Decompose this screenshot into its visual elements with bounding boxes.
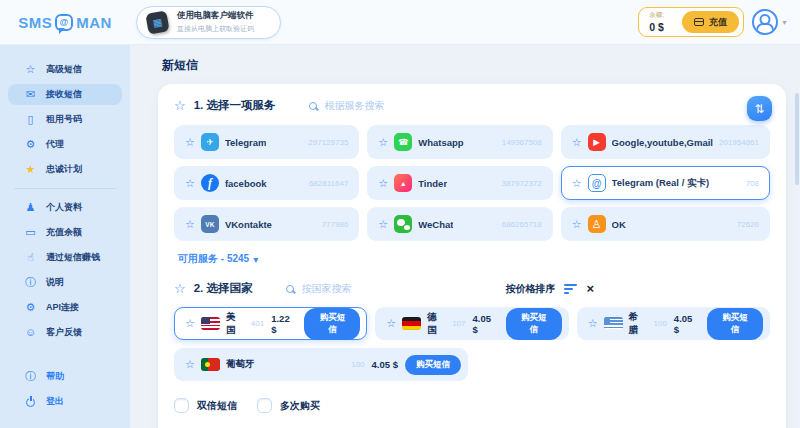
country-card[interactable]: ☆ 美国 401 1.22 $ 购买短信 (174, 307, 367, 340)
buy-sms-button[interactable]: 购买短信 (304, 308, 360, 340)
brand-logo[interactable]: SMS @ MAN (0, 14, 130, 31)
service-card[interactable]: ☆ ▶ Google,youtube,Gmail 201954861 (561, 125, 770, 159)
favorite-star-icon[interactable]: ☆ (378, 136, 388, 149)
service-card[interactable]: ☆ ▲ Tinder 387972372 (367, 166, 552, 200)
topbar: SMS @ MAN ▦ 使用电脑客户端软件 直接从电脑上获取验证码 余额: 0 … (0, 0, 800, 45)
buy-sms-button[interactable]: 购买短信 (506, 308, 562, 340)
balance-value: 0 $ (649, 21, 664, 33)
available-services-link[interactable]: 可用服务 - 5245 ▾ (178, 252, 258, 266)
buy-sms-button[interactable]: 购买短信 (707, 308, 763, 340)
thumbs-up-icon: ☝ (24, 252, 37, 263)
sidebar-item[interactable]: ♟ 个人资料 (8, 197, 122, 218)
star-icon: ☆ (174, 281, 186, 296)
service-card[interactable]: ☆ ♙ OK 72620 (561, 207, 770, 241)
favorite-star-icon[interactable]: ☆ (378, 218, 388, 231)
sidebar-item[interactable]: ⓘ 说明 (8, 272, 122, 293)
favorite-star-icon[interactable]: ☆ (572, 136, 582, 149)
favorite-star-icon[interactable]: ☆ (588, 317, 598, 330)
sidebar-item[interactable]: ▯ 租用号码 (8, 109, 122, 130)
close-icon[interactable]: × (586, 282, 594, 295)
country-price: 4.05 $ (372, 359, 398, 370)
sidebar-item[interactable]: ▭ 充值余额 (8, 222, 122, 243)
sort-by-price-label: 按价格排序 (505, 282, 555, 296)
service-name: Tinder (418, 178, 447, 189)
sort-descending-icon[interactable] (564, 284, 577, 294)
option-checkbox-row[interactable]: 双倍短信 (174, 398, 237, 413)
feedback-icon: ☺ (24, 327, 37, 338)
country-card[interactable]: ☆ 希腊 100 4.05 $ 购买短信 (577, 307, 770, 340)
service-card[interactable]: ☆ ☎ Whatsapp 149367508 (367, 125, 552, 159)
sidebar-item[interactable]: 登出 (8, 391, 122, 412)
youtube-icon: ▶ (588, 133, 606, 151)
main-content: 新短信 ⇅ ☆ 1. 选择一项服务 ☆ ✈ Telegram 297129735… (130, 45, 800, 428)
buy-sms-button[interactable]: 购买短信 (405, 355, 461, 375)
country-section-title: 2. 选择国家 (194, 281, 253, 296)
sidebar-item[interactable]: ★ 忠诚计划 (8, 159, 122, 180)
banner-subtitle: 直接从电脑上获取验证码 (177, 24, 254, 34)
facebook-icon: f (201, 174, 219, 192)
favorite-star-icon[interactable]: ☆ (185, 177, 195, 190)
sidebar-footer-group: ⓘ 帮助 登出 (8, 366, 122, 418)
checkbox[interactable] (174, 398, 189, 413)
sidebar-item[interactable]: ⓘ 帮助 (8, 366, 122, 387)
service-name: Telegram (Real / 实卡) (612, 177, 710, 190)
desktop-client-banner[interactable]: ▦ 使用电脑客户端软件 直接从电脑上获取验证码 (136, 6, 281, 39)
de-flag-icon (402, 317, 421, 330)
favorite-star-icon[interactable]: ☆ (386, 317, 396, 330)
balance-pill: 余额: 0 $ 充值 (638, 7, 744, 37)
scrollbar[interactable] (795, 93, 799, 425)
sidebar-item[interactable]: ☝ 通过短信赚钱 (8, 247, 122, 268)
country-search-input[interactable] (301, 283, 431, 294)
sidebar-divider (14, 188, 116, 189)
country-card[interactable]: ☆ 葡萄牙 100 4.05 $ 购买短信 (174, 348, 468, 381)
favorite-star-icon[interactable]: ☆ (572, 177, 582, 190)
telegram-icon: ✈ (201, 133, 219, 151)
envelope-icon: ✉ (24, 89, 37, 100)
recharge-button[interactable]: 充值 (682, 11, 739, 33)
search-icon (286, 285, 294, 293)
sidebar-item[interactable]: ☆ 高级短信 (8, 59, 122, 80)
options-row: 双倍短信 多次购买 (174, 398, 770, 413)
service-name: WeChat (418, 219, 453, 230)
country-section-header: ☆ 2. 选择国家 按价格排序 × (174, 281, 770, 296)
service-search-input[interactable] (324, 100, 454, 111)
favorite-star-icon[interactable]: ☆ (185, 218, 195, 231)
sidebar-item[interactable]: ✉ 接收短信 (8, 84, 122, 105)
service-card[interactable]: ☆ WeChat 686265718 (367, 207, 552, 241)
country-name: 葡萄牙 (226, 358, 255, 371)
service-card[interactable]: ☆ f facebook 682811647 (174, 166, 359, 200)
favorite-star-icon[interactable]: ☆ (378, 177, 388, 190)
favorite-star-icon[interactable]: ☆ (185, 136, 195, 149)
desktop-app-icon: ▦ (145, 10, 169, 34)
service-name: VKontakte (225, 219, 272, 230)
service-card[interactable]: ☆ ✈ Telegram 297129735 (174, 125, 359, 159)
service-name: OK (612, 219, 626, 230)
service-count: 777986 (322, 220, 349, 229)
ok-icon: ♙ (588, 215, 606, 233)
favorite-star-icon[interactable]: ☆ (185, 317, 195, 330)
favorite-star-icon[interactable]: ☆ (185, 358, 195, 371)
sidebar-item[interactable]: ⚙ API连接 (8, 297, 122, 318)
country-card[interactable]: ☆ 德国 107 4.05 $ 购买短信 (375, 307, 568, 340)
country-price: 4.05 $ (674, 313, 700, 335)
gear-icon: ⚙ (24, 302, 37, 313)
gr-flag-icon (604, 317, 623, 330)
country-count: 401 (251, 319, 264, 328)
sort-availability-button[interactable]: ⇅ (747, 96, 772, 121)
checkbox[interactable] (257, 398, 272, 413)
sidebar-item[interactable]: ⚙ 代理 (8, 134, 122, 155)
wechat-icon (394, 215, 412, 233)
option-checkbox-row[interactable]: 多次购买 (257, 398, 320, 413)
profile-menu[interactable]: ▼ (752, 9, 788, 35)
vk-icon: VK (201, 215, 219, 233)
balance-label: 余额: (649, 11, 664, 20)
favorite-star-icon[interactable]: ☆ (572, 218, 582, 231)
service-card[interactable]: ☆ VK VKontakte 777986 (174, 207, 359, 241)
country-count: 100 (351, 360, 364, 369)
service-name: Whatsapp (418, 137, 463, 148)
app: SMS @ MAN ▦ 使用电脑客户端软件 直接从电脑上获取验证码 余额: 0 … (0, 0, 800, 428)
service-card[interactable]: ☆ @ Telegram (Real / 实卡) 708 (561, 166, 770, 200)
sidebar: ☆ 高级短信 ✉ 接收短信 ▯ 租用号码 ⚙ 代理 ★ 忠诚计划 ♟ 个人资料 … (0, 45, 130, 428)
scrollbar-thumb[interactable] (795, 93, 799, 185)
sidebar-item[interactable]: ☺ 客户反馈 (8, 322, 122, 343)
